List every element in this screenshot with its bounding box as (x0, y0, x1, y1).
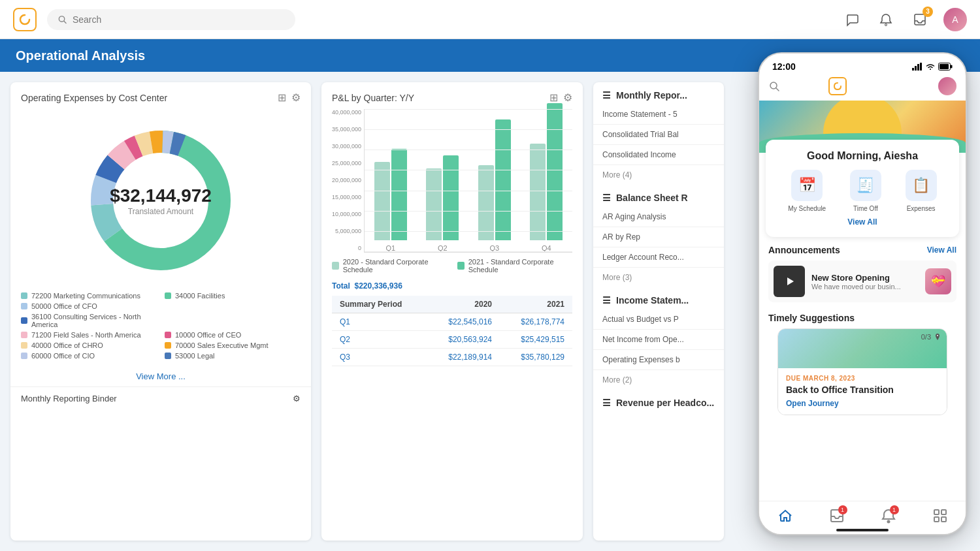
bar-label-q3: Q3 (489, 244, 499, 252)
chat-icon-button[interactable] (841, 9, 862, 30)
filter-icon[interactable]: ⊞ (549, 91, 558, 104)
more-monthly-link[interactable]: More (4) (593, 165, 724, 185)
user-avatar[interactable]: A (943, 8, 967, 31)
monthly-reports-section: ☰ Monthly Repor... (593, 82, 724, 104)
period-q1[interactable]: Q1 (332, 313, 427, 331)
inbox-icon-button[interactable]: 3 (909, 9, 930, 30)
filter-icon[interactable]: ⊞ (278, 91, 286, 104)
bar-label-q1: Q1 (385, 244, 395, 252)
suggestions-content: DUE MARCH 8, 2023 Back to Office Transit… (778, 368, 947, 415)
nav-notifications-button[interactable]: 1 (881, 508, 896, 524)
report-item-consolidated-income[interactable]: Consolidated Income (593, 145, 724, 165)
report-item-actual-vs-budget[interactable]: Actual vs Budget vs P (593, 309, 724, 330)
legend-label: 50000 Office of CFO (31, 302, 97, 310)
bar-2021-q1 (391, 149, 407, 240)
report-item-trial-bal[interactable]: Consolidated Trial Bal (593, 125, 724, 145)
monthly-reports-title: Monthly Repor... (616, 90, 687, 101)
y-label: 20,000,000 (332, 177, 361, 183)
y-label: 5,000,000 (335, 228, 361, 234)
phone-search-icon[interactable] (768, 80, 780, 92)
table-row: Q1 $22,545,016 $26,178,774 (332, 313, 572, 331)
due-label: DUE MARCH 8, 2023 (786, 375, 939, 382)
bar-label-q2: Q2 (438, 244, 448, 252)
bar-group-q4: Q4 (521, 103, 572, 252)
bar-2020-q1 (374, 162, 390, 240)
legend-item: 34000 Facilities (165, 292, 301, 300)
quick-action-timeoff[interactable]: 🧾 Time Off (850, 170, 881, 212)
phone-user-avatar[interactable] (938, 77, 956, 95)
suggestions-card: 0/3 DUE MARCH 8, 2023 Back to Office Tra… (777, 328, 947, 415)
open-journey-link[interactable]: Open Journey (786, 399, 939, 408)
y-label: 35,000,000 (332, 126, 361, 133)
summary-table-container: Summary Period 2020 2021 Q1 $22,545,016 … (321, 296, 583, 374)
announcement-content: New Store Opening We have moved our busi… (811, 273, 919, 291)
workday-logo[interactable] (13, 8, 37, 31)
bar-2021-q3 (495, 119, 511, 240)
svg-line-1 (64, 21, 66, 23)
report-item-ar-rep[interactable]: AR by Rep (593, 227, 724, 247)
balance-sheet-title: Balance Sheet R (616, 193, 688, 203)
legend-label: 34000 Facilities (175, 292, 225, 300)
period-q2[interactable]: Q2 (332, 331, 427, 349)
y-label: 15,000,000 (332, 194, 361, 200)
period-q3[interactable]: Q3 (332, 349, 427, 366)
svg-rect-31 (941, 517, 946, 522)
svg-rect-17 (917, 64, 919, 71)
monthly-binder-settings-icon[interactable]: ⚙ (293, 394, 301, 403)
report-item-ar-aging[interactable]: AR Aging Analysis (593, 207, 724, 227)
search-input[interactable] (73, 14, 285, 25)
suggestions-title: Timely Suggestions (768, 313, 855, 323)
bar-card-actions: ⊞ ⚙ (549, 91, 572, 104)
view-more-link[interactable]: View More ... (10, 366, 311, 386)
announcement-desc: We have moved our busin... (811, 283, 919, 291)
announcement-image-thumb: 💝 (925, 268, 951, 294)
view-all-link[interactable]: View All (776, 217, 949, 227)
home-indicator-bar (836, 529, 889, 531)
report-item-net-income[interactable]: Net Income from Ope... (593, 330, 724, 350)
legend-label: 40000 Office of CHRO (31, 341, 103, 349)
page-title: Operational Analysis (16, 48, 145, 63)
col-header-period: Summary Period (332, 296, 427, 313)
donut-chart-card: Operating Expenses by Cost Center ⊞ ⚙ (10, 82, 311, 541)
quick-action-expenses[interactable]: 📋 Expenses (906, 170, 937, 212)
more-balance-link[interactable]: More (3) (593, 268, 724, 287)
monthly-binder-row: Monthly Reporting Binder ⚙ (10, 386, 311, 410)
expenses-label: Expenses (907, 205, 936, 212)
bar-2020-q3 (478, 165, 494, 240)
settings-icon[interactable]: ⚙ (563, 91, 572, 104)
bar-2020-q4 (530, 144, 546, 240)
announcements-title: Announcements (768, 245, 840, 255)
suggestions-counter: 0/3 (921, 333, 941, 341)
donut-chart-container: $32,144,972 Translated Amount (10, 109, 311, 285)
report-item-ledger-account[interactable]: Ledger Account Reco... (593, 247, 724, 268)
total-value: $220,336,936 (354, 281, 402, 291)
svg-rect-21 (951, 65, 953, 69)
legend-color (21, 353, 27, 359)
more-income-link[interactable]: More (2) (593, 370, 724, 390)
nav-grid-button[interactable] (932, 508, 948, 524)
quick-action-schedule[interactable]: 📅 My Schedule (788, 170, 826, 212)
legend-2020: 2020 - Standard Corporate Schedule (332, 258, 447, 274)
legend-color (165, 292, 171, 299)
monthly-binder-label: Monthly Reporting Binder (21, 394, 117, 403)
report-item-income-statement[interactable]: Income Statement - 5 (593, 104, 724, 125)
quick-actions: 📅 My Schedule 🧾 Time Off 📋 Expenses (776, 170, 949, 212)
report-item-operating-expenses[interactable]: Operating Expenses b (593, 350, 724, 370)
y-label: 25,000,000 (332, 160, 361, 166)
legend-item: 60000 Office of CIO (21, 352, 157, 360)
announcements-view-all[interactable]: View All (927, 245, 956, 255)
search-bar[interactable] (47, 9, 295, 30)
notif-badge: 1 (890, 505, 899, 514)
top-navigation: 3 A (0, 0, 980, 39)
settings-icon[interactable]: ⚙ (291, 91, 301, 104)
reports-card: ☰ Monthly Repor... Income Statement - 5 … (593, 82, 724, 541)
phone-workday-logo (828, 77, 847, 95)
announcement-thumbnail (774, 266, 805, 297)
income-stmt-title: Income Statem... (616, 295, 689, 306)
legend-2021-label: 2021 - Standard Corporate Schedule (468, 258, 572, 274)
legend-label: 36100 Consulting Services - North Americ… (31, 313, 157, 328)
notifications-icon-button[interactable] (875, 9, 896, 30)
legend-label: 72200 Marketing Communications (31, 292, 140, 300)
nav-inbox-button[interactable]: 1 (829, 508, 845, 524)
nav-home-button[interactable] (777, 508, 793, 524)
